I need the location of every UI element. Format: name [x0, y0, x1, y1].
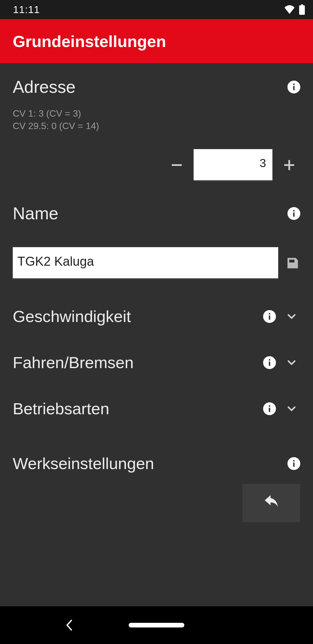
svg-rect-16	[269, 408, 270, 412]
app-bar: Grundeinstellungen	[0, 19, 313, 63]
undo-icon	[263, 495, 280, 511]
status-bar: 11:11	[0, 0, 313, 19]
svg-rect-17	[269, 405, 270, 407]
plus-icon[interactable]	[281, 156, 298, 174]
info-icon[interactable]	[263, 402, 276, 415]
factory-reset-button[interactable]	[242, 484, 300, 522]
address-cv-info: CV 1: 3 (CV = 3) CV 29.5: 0 (CV = 14)	[13, 107, 300, 132]
svg-rect-1	[293, 86, 295, 90]
info-icon[interactable]	[287, 207, 300, 220]
svg-rect-5	[288, 160, 290, 170]
speed-title: Geschwindigkeit	[13, 307, 257, 326]
svg-rect-11	[269, 313, 270, 314]
section-address: Adresse CV 1: 3 (CV = 3) CV 29.5: 0 (CV …	[0, 63, 313, 181]
section-modes[interactable]: Betriebsarten	[0, 379, 313, 425]
info-icon[interactable]	[263, 310, 276, 323]
minus-icon[interactable]	[168, 156, 185, 174]
svg-rect-10	[269, 315, 270, 320]
factory-title: Werkseinstellungen	[13, 454, 282, 473]
chevron-down-icon[interactable]	[283, 400, 300, 417]
svg-rect-19	[293, 462, 295, 467]
battery-icon	[299, 4, 305, 15]
name-input[interactable]	[13, 247, 278, 279]
svg-rect-14	[269, 359, 270, 361]
info-icon[interactable]	[287, 81, 300, 93]
svg-rect-13	[269, 361, 270, 366]
address-input[interactable]	[194, 149, 272, 181]
address-title: Adresse	[13, 77, 282, 97]
svg-rect-8	[293, 210, 295, 211]
svg-rect-3	[172, 164, 182, 166]
chevron-down-icon[interactable]	[283, 308, 300, 325]
wifi-icon	[284, 5, 295, 14]
content: Adresse CV 1: 3 (CV = 3) CV 29.5: 0 (CV …	[0, 63, 313, 606]
section-drive[interactable]: Fahren/Bremsen	[0, 333, 313, 379]
status-indicators	[284, 4, 305, 15]
save-icon[interactable]	[285, 254, 300, 272]
page-title: Grundeinstellungen	[13, 32, 166, 51]
drive-title: Fahren/Bremsen	[13, 353, 257, 372]
screen: 11:11 Grundeinstellungen Adresse CV 1: 3…	[0, 0, 313, 644]
status-time: 11:11	[13, 4, 40, 15]
section-header-name: Name	[13, 204, 300, 223]
name-title: Name	[13, 204, 282, 223]
address-stepper	[13, 149, 300, 181]
nav-bar	[0, 606, 313, 644]
modes-title: Betriebsarten	[13, 399, 257, 418]
chevron-down-icon[interactable]	[283, 354, 300, 371]
factory-reset-row	[13, 484, 300, 522]
nav-back-button[interactable]	[63, 619, 75, 631]
section-header-address: Adresse	[13, 77, 300, 97]
section-name: Name	[0, 181, 313, 279]
name-row	[13, 247, 300, 279]
section-factory: Werkseinstellungen	[0, 425, 313, 522]
info-icon[interactable]	[263, 356, 276, 369]
nav-home-button[interactable]	[129, 623, 184, 627]
svg-rect-7	[293, 213, 295, 217]
info-icon[interactable]	[287, 457, 300, 470]
svg-rect-20	[293, 460, 295, 462]
section-speed[interactable]: Geschwindigkeit	[0, 279, 313, 333]
svg-rect-2	[293, 84, 295, 85]
